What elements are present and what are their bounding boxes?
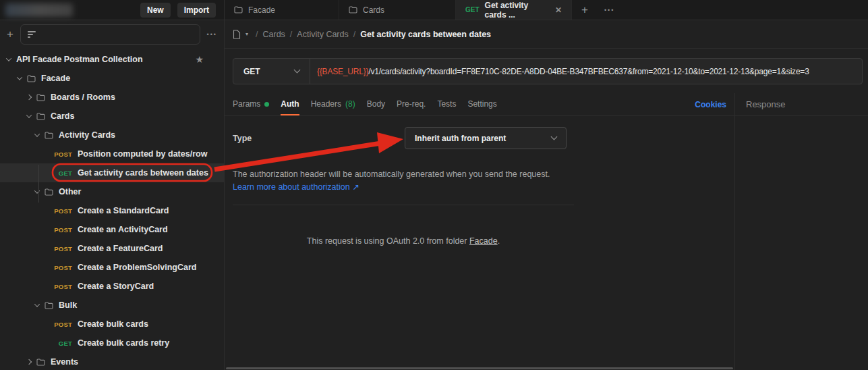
tree-request-create-standardcard[interactable]: POST Create a StandardCard [0,201,224,220]
tree-item-label: Create bulk cards [78,319,148,329]
tree-request-create-activitycard[interactable]: POST Create an ActivityCard [0,220,224,239]
tree-request-position-computed[interactable]: POST Position computed by dates/row [0,144,224,163]
tab-pre-request[interactable]: Pre-req. [397,93,426,115]
tree-request-get-activity-cards[interactable]: GET Get activity cards between dates [0,163,224,182]
auth-type-value: Inherit auth from parent [415,134,506,143]
tree-item-label: Create a FeatureCard [78,244,163,253]
auth-panel: Type Inherit auth from parent The author… [225,116,734,370]
tab-request-active[interactable]: GET Get activity cards ... ✕ [456,0,572,20]
tab-facade[interactable]: Facade [225,0,339,20]
star-icon[interactable]: ★ [195,54,204,65]
chevron-down-icon [34,301,40,307]
tree-indent-guide [38,165,39,203]
tab-cards[interactable]: Cards [339,0,456,20]
tab-label: Body [367,99,385,109]
learn-more-link[interactable]: Learn more about authorization ↗ [233,182,359,192]
auth-type-select[interactable]: Inherit auth from parent [405,127,567,149]
params-indicator-dot [264,102,269,107]
tree-request-create-storycard[interactable]: POST Create a StoryCard [0,277,224,296]
method-badge: POST [54,321,72,328]
chevron-right-icon [26,359,32,365]
folder-icon [45,188,53,196]
tree-folder-boards-rooms[interactable]: Boards / Rooms [0,88,224,107]
auth-type-label: Type [233,134,405,143]
tree-item-label: Activity Cards [59,130,115,140]
tree-request-create-problemsolvingcard[interactable]: POST Create a ProblemSolvingCard [0,258,224,277]
method-badge: POST [54,264,72,271]
tab-label: Pre-req. [397,99,426,109]
breadcrumb-cards[interactable]: Cards [263,30,285,39]
add-tab-button[interactable]: + [572,0,598,20]
cookies-link[interactable]: Cookies [695,93,726,115]
oauth-message-suffix: . [498,236,500,246]
postman-window: New Import Facade Cards GET Get activity… [0,0,868,370]
method-badge: GET [54,340,72,347]
method-select[interactable]: GET [233,59,310,84]
filter-icon [28,31,36,38]
sidebar-more-options-icon[interactable]: ••• [207,31,217,38]
filter-input[interactable] [20,24,200,45]
tree-folder-other[interactable]: Other [0,182,224,201]
new-button[interactable]: New [140,3,171,18]
section-divider [233,205,574,205]
method-badge: POST [54,245,72,253]
import-button[interactable]: Import [177,3,216,18]
main-area: ▾ / Cards / Activity Cards / Get activit… [225,20,868,370]
chevron-down-icon [6,55,11,61]
url-row: GET {{BASE_URL}}/v1/cards/activity?board… [225,49,868,93]
breadcrumb: ▾ / Cards / Activity Cards / Get activit… [225,20,868,49]
tree-item-label: Other [59,187,81,196]
tree-folder-facade[interactable]: Facade [0,69,224,88]
tree-item-label: Create an ActivityCard [78,225,168,234]
breadcrumb-activity-cards[interactable]: Activity Cards [297,30,348,39]
add-collection-button[interactable]: + [7,28,13,41]
tab-auth[interactable]: Auth [281,93,299,115]
chevron-down-icon[interactable]: ▾ [245,31,248,37]
breadcrumb-separator: / [256,30,258,39]
response-title: Response [746,99,786,109]
tab-headers[interactable]: Headers (8) [311,93,355,115]
request-pane: Params Auth Headers (8) Body [225,93,735,370]
method-badge: POST [54,207,72,215]
oauth-folder-link[interactable]: Facade [469,236,498,246]
chevron-right-icon [26,95,32,100]
tree-request-create-bulk-cards-retry[interactable]: GET Create bulk cards retry [0,334,224,352]
tree-item-label: Create a ProblemSolvingCard [78,263,196,272]
url-input[interactable]: {{BASE_URL}}/v1/cards/activity?boardId=F… [310,67,816,76]
tree-item-label: Create bulk cards retry [78,338,169,348]
tree-folder-activity-cards[interactable]: Activity Cards [0,126,224,144]
tree-request-create-bulk-cards[interactable]: POST Create bulk cards [0,315,224,334]
sidebar-toolbar: + ••• [0,20,224,49]
more-options-icon[interactable]: ••• [598,0,621,20]
folder-icon [36,359,45,366]
tree-item-label: Boards / Rooms [51,92,115,102]
file-icon[interactable] [233,30,241,39]
tree-folder-bulk[interactable]: Bulk [0,296,224,315]
tree-folder-events[interactable]: Events [0,352,224,370]
breadcrumb-separator: / [353,30,355,39]
method-badge: POST [54,283,72,290]
chevron-down-icon [551,134,558,140]
close-icon[interactable]: ✕ [555,5,562,15]
chevron-down-icon [17,74,22,80]
folder-icon [349,6,357,14]
url-path: /v1/cards/activity?boardId=FF8E710C-82DE… [368,67,809,76]
auth-description: The authorization header will be automat… [233,168,726,181]
tree-item-label: Get activity cards between dates [78,168,208,178]
breadcrumb-separator: / [290,30,292,39]
tab-body[interactable]: Body [367,93,385,115]
folder-icon [36,113,45,120]
horizontal-scrollbar[interactable] [226,367,733,369]
tree-folder-cards[interactable]: Cards [0,107,224,126]
tab-tests[interactable]: Tests [437,93,456,115]
tree-item-label: Position computed by dates/row [78,149,207,159]
tree-item-label: API Facade Postman Collection [16,55,143,64]
chevron-down-icon [34,131,40,136]
tree-request-create-featurecard[interactable]: POST Create a FeatureCard [0,239,224,258]
tab-params[interactable]: Params [233,93,269,115]
tree-collection-root[interactable]: API Facade Postman Collection ★ [0,50,224,69]
tree-item-label: Bulk [59,300,77,310]
url-variable: {{BASE_URL}} [317,67,368,76]
tab-settings[interactable]: Settings [467,93,496,115]
method-badge: GET [54,169,72,177]
